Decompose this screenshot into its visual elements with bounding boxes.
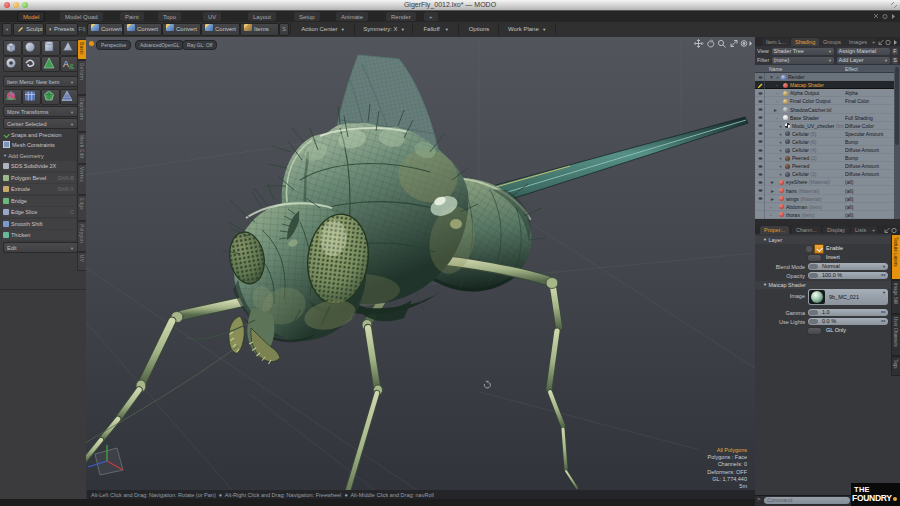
svg-text:&: & bbox=[69, 62, 75, 71]
